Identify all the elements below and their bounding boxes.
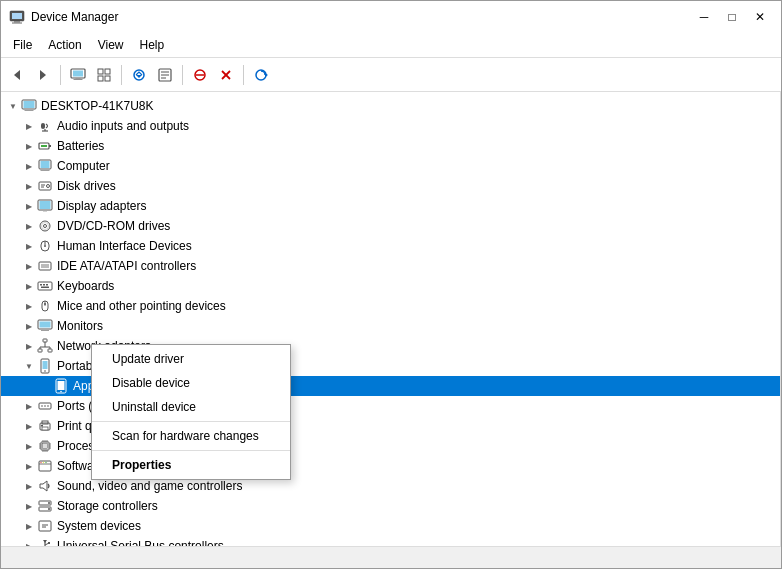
computer-device-icon [37,158,53,174]
batteries-icon [37,138,53,154]
tree-item-computer[interactable]: Computer [1,156,780,176]
root-label: DESKTOP-41K7U8K [41,99,154,113]
root-arrow [5,98,21,114]
ctx-update-driver[interactable]: Update driver [92,347,290,371]
system-label: System devices [57,519,141,533]
window-title: Device Manager [31,10,118,24]
audio-label: Audio inputs and outputs [57,119,189,133]
minimize-button[interactable]: ─ [691,7,717,27]
print-arrow [21,418,37,434]
audio-icon [37,118,53,134]
main-content: DESKTOP-41K7U8K Audio inputs and outputs [1,92,781,546]
svg-rect-12 [98,76,103,81]
svg-rect-75 [43,361,48,369]
ctx-uninstall-device[interactable]: Uninstall device [92,395,290,419]
menu-view[interactable]: View [90,35,132,55]
tree-item-hid[interactable]: Human Interface Devices [1,236,780,256]
svg-marker-4 [14,70,20,80]
toolbar-view[interactable] [92,63,116,87]
menu-help[interactable]: Help [132,35,173,55]
tree-item-batteries[interactable]: Batteries [1,136,780,156]
svg-rect-33 [49,145,51,147]
ide-arrow [21,258,37,274]
computer-icon [21,98,37,114]
maximize-button[interactable]: □ [719,7,745,27]
tree-item-display[interactable]: Display adapters [1,196,780,216]
network-icon [37,338,53,354]
tree-item-audio[interactable]: Audio inputs and outputs [1,116,780,136]
hid-label: Human Interface Devices [57,239,192,253]
monitors-label: Monitors [57,319,103,333]
portable-icon [37,358,53,374]
toolbar [1,58,781,92]
tree-item-monitors[interactable]: Monitors [1,316,780,336]
svg-rect-1 [12,13,22,19]
toolbar-disable[interactable] [188,63,212,87]
keyboards-label: Keyboards [57,279,114,293]
tree-item-storage[interactable]: Storage controllers [1,496,780,516]
tree-item-keyboards[interactable]: Keyboards [1,276,780,296]
tree-item-usb[interactable]: Universal Serial Bus controllers [1,536,780,546]
svg-rect-56 [40,284,42,286]
storage-label: Storage controllers [57,499,158,513]
ide-label: IDE ATA/ATAPI controllers [57,259,196,273]
toolbar-properties[interactable] [153,63,177,87]
sound-icon [37,478,53,494]
display-arrow [21,198,37,214]
svg-point-104 [40,462,41,463]
toolbar-scan[interactable] [249,63,273,87]
svg-rect-28 [25,110,34,111]
tree-item-mice[interactable]: Mice and other pointing devices [1,296,780,316]
svg-point-48 [42,223,49,230]
svg-rect-13 [105,76,110,81]
tree-item-dvd[interactable]: DVD/CD-ROM drives [1,216,780,236]
software-arrow [21,458,37,474]
svg-point-40 [47,185,50,188]
svg-rect-78 [58,381,65,390]
tree-item-ide[interactable]: IDE ATA/ATAPI controllers [1,256,780,276]
ctx-properties[interactable]: Properties [92,453,290,477]
portable-arrow [21,358,37,374]
svg-rect-34 [41,145,47,147]
tree-root[interactable]: DESKTOP-41K7U8K [1,96,780,116]
ctx-disable-device[interactable]: Disable device [92,371,290,395]
svg-rect-86 [42,427,48,430]
svg-rect-52 [39,262,51,270]
ipad-icon [53,378,69,394]
svg-point-83 [47,405,49,407]
menu-action[interactable]: Action [40,35,89,55]
storage-arrow [21,498,37,514]
svg-marker-5 [40,70,46,80]
dvd-icon [37,218,53,234]
close-button[interactable]: ✕ [747,7,773,27]
svg-rect-29 [41,123,45,129]
system-icon [37,518,53,534]
svg-rect-87 [41,425,43,427]
svg-rect-65 [43,329,47,330]
svg-rect-11 [105,69,110,74]
svg-point-81 [41,405,43,407]
svg-point-47 [44,225,47,228]
app-icon [9,9,25,25]
svg-rect-38 [41,170,50,171]
toolbar-forward[interactable] [31,63,55,87]
tree-item-disk[interactable]: Disk drives [1,176,780,196]
tree-panel[interactable]: DESKTOP-41K7U8K Audio inputs and outputs [1,92,781,546]
computer-arrow [21,158,37,174]
disk-icon [37,178,53,194]
audio-arrow [21,118,37,134]
svg-rect-66 [41,330,49,331]
svg-point-51 [44,245,46,247]
ctx-scan[interactable]: Scan for hardware changes [92,424,290,448]
menu-file[interactable]: File [5,35,40,55]
toolbar-computer[interactable] [66,63,90,87]
usb-label: Universal Serial Bus controllers [57,539,224,546]
tree-item-system[interactable]: System devices [1,516,780,536]
toolbar-sep1 [60,65,61,85]
svg-point-62 [44,303,46,305]
status-bar [1,546,781,568]
toolbar-update[interactable] [127,63,151,87]
toolbar-back[interactable] [5,63,29,87]
toolbar-uninstall[interactable] [214,63,238,87]
svg-rect-9 [74,79,83,80]
